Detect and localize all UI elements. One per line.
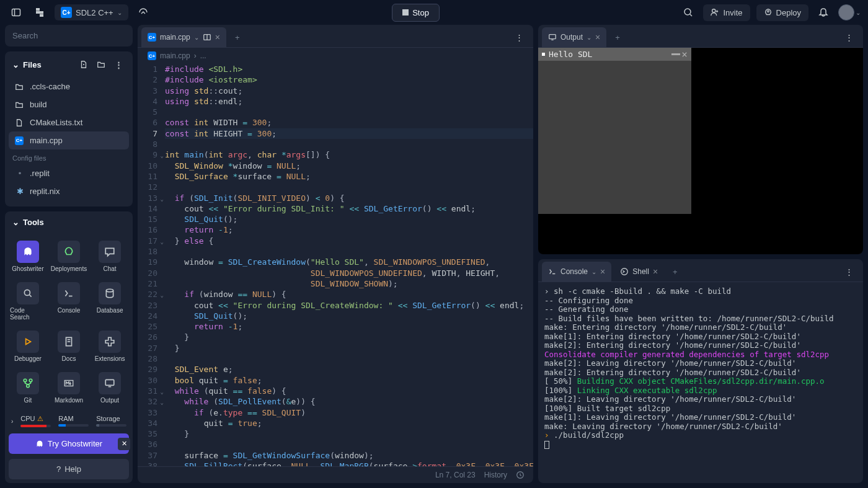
cpu-stat: CPU ⚠ [20, 415, 51, 427]
more-icon[interactable]: ⋮ [839, 29, 859, 46]
code-editor[interactable]: 123456789⌄10111213⌄14151617⌄1819202122⌄2… [138, 64, 533, 466]
search-icon [17, 282, 39, 304]
stop-button[interactable]: Stop [392, 4, 440, 22]
tab-output[interactable]: Output ⌄ × [542, 27, 606, 47]
user-menu[interactable]: ⌄ [838, 4, 861, 20]
tool-git[interactable]: Git [9, 368, 47, 407]
file-item[interactable]: C+main.cpp [9, 131, 129, 149]
sidebar: Search ⌄ Files ⋮ .ccls-cachebuildCMakeLi… [5, 25, 133, 483]
add-tab-button[interactable]: + [229, 29, 246, 46]
help-button[interactable]: ? Help [9, 459, 129, 479]
chevron-down-icon[interactable]: ⌄ [591, 268, 596, 275]
user-plus-icon [711, 8, 719, 17]
search-input[interactable]: Search [5, 25, 133, 47]
file-icon: ✱ [15, 187, 25, 196]
console-output[interactable]: › sh -c cmake -Bbuild . && make -C build… [538, 282, 863, 483]
svg-rect-2 [36, 8, 40, 11]
tool-deployments[interactable]: Deployments [50, 237, 88, 276]
file-icon: C+ [15, 136, 25, 145]
docs-icon [58, 331, 80, 353]
history-icon[interactable] [516, 471, 525, 479]
tools-header[interactable]: ⌄ Tools [5, 211, 133, 233]
tool-console[interactable]: Console [50, 278, 88, 324]
sdl-titlebar[interactable]: Hello SDL × [538, 48, 691, 61]
output-tab-bar: Output ⌄ × + ⋮ [538, 25, 863, 48]
project-selector[interactable]: C+ SDL2 C++ ⌄ [55, 4, 128, 20]
ghost-icon [35, 440, 44, 448]
chevron-down-icon[interactable]: ⌄ [587, 34, 591, 41]
shell-icon [620, 267, 629, 276]
tool-database[interactable]: Database [91, 278, 129, 324]
history-button[interactable]: History [484, 471, 507, 479]
add-tab-button[interactable]: + [666, 264, 684, 280]
editor-status-bar: Ln 7, Col 23 History [138, 466, 533, 483]
file-item[interactable]: •.replit [9, 164, 129, 182]
tab-shell[interactable]: Shell × [614, 262, 664, 282]
sdl-body [538, 61, 691, 214]
file-item[interactable]: build [9, 95, 129, 113]
chevron-down-icon: ⌄ [856, 9, 861, 16]
tool-docs[interactable]: Docs [50, 327, 88, 366]
invite-button[interactable]: Invite [703, 4, 750, 21]
split-icon[interactable] [203, 33, 211, 42]
tool-markdown[interactable]: Markdown [50, 368, 88, 407]
deploy-icon [58, 241, 80, 263]
config-files-label: Config files [5, 149, 133, 164]
more-icon[interactable]: ⋮ [509, 29, 529, 46]
add-tab-button[interactable]: + [609, 29, 626, 46]
tool-output[interactable]: Output [91, 368, 129, 407]
deploy-button[interactable]: Deploy [756, 4, 808, 21]
svg-rect-0 [12, 9, 20, 16]
close-icon[interactable]: × [681, 48, 688, 60]
chevron-down-icon: ⌄ [12, 60, 19, 69]
close-icon[interactable]: × [595, 32, 600, 42]
new-folder-icon[interactable] [94, 58, 108, 71]
file-item[interactable]: ✱replit.nix [9, 182, 129, 200]
sdl-title: Hello SDL [549, 50, 592, 59]
avatar [838, 4, 854, 20]
output-view[interactable]: Hello SDL × [538, 48, 863, 254]
close-icon[interactable]: × [653, 267, 658, 277]
tool-extensions[interactable]: Extensions [91, 327, 129, 366]
notification-icon[interactable] [815, 4, 832, 21]
tab-main-cpp[interactable]: C+ main.cpp ⌄ × [141, 27, 226, 47]
stats-row[interactable]: › CPU ⚠ RAM Storage [5, 411, 133, 431]
git-icon [17, 372, 39, 394]
more-icon[interactable]: ⋮ [112, 58, 125, 71]
breadcrumb[interactable]: C+ main.cpp › ... [138, 48, 533, 64]
minimize-icon[interactable] [671, 53, 680, 55]
svg-point-21 [29, 379, 32, 382]
close-icon[interactable]: × [600, 267, 605, 277]
file-item[interactable]: CMakeLists.txt [9, 113, 129, 131]
tools-panel: ⌄ Tools GhostwriterDeploymentsChatCode S… [5, 211, 133, 483]
close-icon[interactable]: × [215, 32, 220, 42]
output-panel: Output ⌄ × + ⋮ Hello SDL × [538, 25, 863, 254]
tool-chat[interactable]: Chat [91, 237, 129, 276]
file-name: .replit [30, 169, 50, 178]
file-name: .ccls-cache [30, 82, 70, 91]
svg-rect-3 [36, 11, 43, 14]
tool-code-search[interactable]: Code Search [9, 278, 47, 324]
tool-ghostwriter[interactable]: Ghostwriter [9, 237, 47, 276]
close-icon[interactable]: ✕ [118, 438, 130, 450]
tab-console[interactable]: Console ⌄ × [542, 262, 611, 282]
status-icon[interactable] [135, 4, 152, 21]
file-item[interactable]: .ccls-cache [9, 78, 129, 95]
tool-debugger[interactable]: Debugger [9, 327, 47, 366]
project-name: SDL2 C++ [76, 8, 113, 17]
search-icon[interactable] [680, 4, 697, 21]
file-icon [15, 118, 25, 127]
file-icon [15, 82, 25, 91]
chat-icon [99, 241, 121, 263]
try-ghostwriter-button[interactable]: Try Ghostwriter ✕ [9, 433, 129, 454]
chevron-down-icon: ⌄ [12, 218, 19, 227]
replit-logo-icon[interactable] [31, 4, 48, 21]
new-file-icon[interactable] [77, 58, 91, 71]
more-icon[interactable]: ⋮ [839, 264, 859, 280]
chevron-down-icon[interactable]: ⌄ [194, 34, 199, 41]
files-header[interactable]: ⌄ Files ⋮ [5, 51, 133, 78]
file-name: main.cpp [30, 136, 63, 145]
output-icon [99, 372, 121, 394]
sidebar-toggle-icon[interactable] [7, 4, 25, 21]
cursor-position[interactable]: Ln 7, Col 23 [435, 471, 476, 479]
